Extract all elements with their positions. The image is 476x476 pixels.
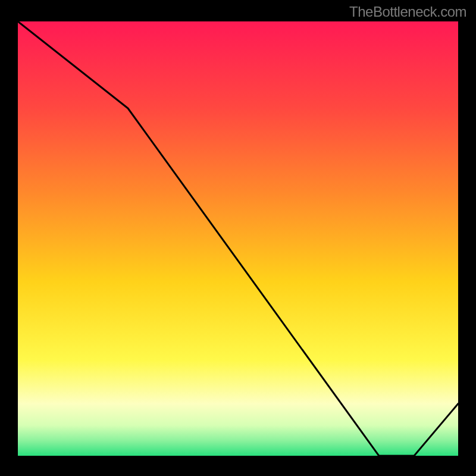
bottleneck-chart bbox=[18, 21, 458, 456]
chart-background bbox=[18, 21, 458, 456]
watermark-text: TheBottleneck.com bbox=[349, 4, 466, 20]
chart-frame: TheBottleneck.com bbox=[0, 0, 476, 476]
